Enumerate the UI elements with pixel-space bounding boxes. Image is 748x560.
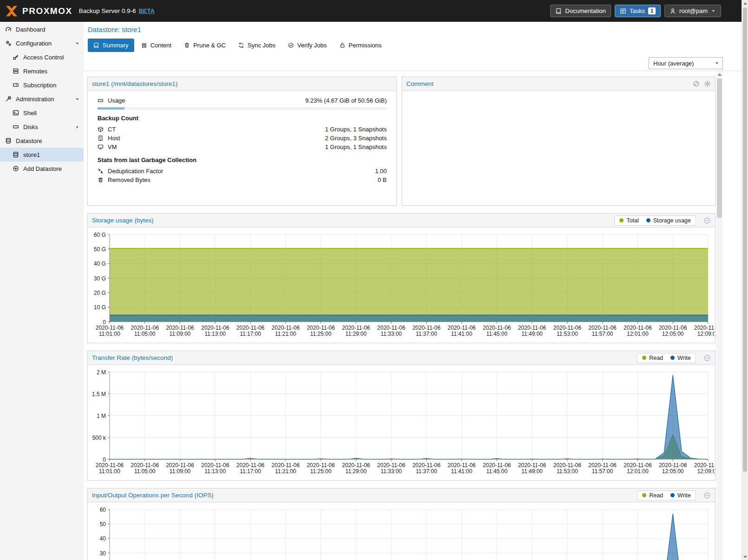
svg-text:2 M: 2 M [97, 369, 106, 376]
svg-text:2020-11-0611:57:00: 2020-11-0611:57:00 [588, 462, 617, 475]
tasks-button[interactable]: Tasks 1 [615, 5, 661, 17]
building-icon [98, 135, 104, 141]
transfer-rate-chart: 2 M1.5 M1 M500 k02020-11-0611:01:002020-… [88, 366, 715, 478]
sidebar-item-dashboard[interactable]: Dashboard [0, 22, 84, 36]
tab-verify-jobs[interactable]: Verify Jobs [282, 39, 332, 52]
top-bar: PROXMOX Backup Server 0.9-6 BETA Documen… [0, 0, 741, 22]
comment-body[interactable] [402, 91, 715, 99]
svg-text:1 M: 1 M [97, 413, 106, 419]
unlock-icon [339, 42, 345, 48]
legend-item-storage-usage[interactable]: Storage usage [646, 217, 691, 224]
database-icon [13, 151, 19, 158]
sidebar-item-administration[interactable]: Administration [0, 92, 84, 106]
legend-item-total[interactable]: Total [619, 217, 638, 224]
sidebar-item-subscription[interactable]: Subscription [0, 78, 84, 92]
usage-progress-fill [98, 107, 124, 110]
svg-text:2020-11-0612:09:00: 2020-11-0612:09:00 [694, 325, 715, 337]
key-icon [13, 54, 19, 60]
storage-usage-chart: 60 G50 G40 G30 G20 G10 G02020-11-0611:01… [88, 229, 715, 340]
collapse-icon[interactable] [703, 217, 711, 224]
sidebar-item-label: Configuration [16, 40, 52, 47]
svg-text:2020-11-0611:25:00: 2020-11-0611:25:00 [307, 462, 335, 475]
svg-text:2020-11-0611:57:00: 2020-11-0611:57:00 [588, 325, 617, 337]
svg-text:2020-11-0612:05:00: 2020-11-0612:05:00 [659, 462, 687, 475]
panel-title: store1 (/mnt/datastores/store1) [92, 80, 178, 87]
comment-panel: Comment [402, 77, 715, 206]
row-label: VM [108, 143, 117, 150]
scrollbar-thumb[interactable] [743, 7, 747, 472]
sidebar-item-remotes[interactable]: Remotes [0, 64, 84, 78]
timeframe-select[interactable]: Hour (average) [649, 57, 723, 69]
tab-summary[interactable]: Summary [88, 39, 134, 52]
legend-label: Read [649, 355, 663, 361]
product-subtitle: Backup Server 0.9-6 [79, 7, 136, 14]
legend-item-read[interactable]: Read [642, 492, 663, 499]
sidebar-item-access-control[interactable]: Access Control [0, 50, 84, 64]
collapse-icon[interactable] [703, 492, 711, 499]
svg-text:2020-11-0611:41:00: 2020-11-0611:41:00 [448, 325, 476, 337]
iops-chart-panel: Input/Output Operations per Second (IOPS… [87, 488, 715, 560]
chevron-down-icon[interactable] [75, 41, 80, 46]
svg-text:2020-11-0611:13:00: 2020-11-0611:13:00 [201, 462, 229, 475]
sidebar-item-configuration[interactable]: Configuration [0, 36, 84, 50]
tab-content[interactable]: Content [136, 39, 177, 52]
legend-label: Write [677, 492, 691, 499]
sidebar-item-datastore[interactable]: Datastore [0, 134, 84, 148]
panel-header: Storage usage (bytes) Total Storage usag… [88, 214, 715, 228]
row-label: Removed Bytes [108, 176, 150, 183]
scroll-up-button[interactable] [716, 71, 722, 78]
sidebar-item-label: Dashboard [16, 26, 46, 33]
legend-dot [670, 356, 675, 360]
sidebar-item-label: store1 [23, 151, 40, 158]
scroll-down-button[interactable] [742, 553, 748, 560]
legend-item-write[interactable]: Write [670, 492, 691, 499]
hdd-icon [13, 124, 19, 130]
scroll-up-button[interactable] [742, 0, 748, 7]
tab-label: Permissions [349, 42, 382, 49]
gear-icon[interactable] [704, 80, 711, 87]
sidebar-item-shell[interactable]: Shell [0, 106, 84, 120]
chart-legend: Total Storage usage [614, 215, 696, 226]
documentation-label: Documentation [565, 7, 605, 14]
tab-sync-jobs[interactable]: Sync Jobs [233, 39, 281, 52]
svg-text:2020-11-0611:05:00: 2020-11-0611:05:00 [131, 325, 159, 337]
ticket-icon [13, 82, 19, 88]
svg-text:2020-11-0611:17:00: 2020-11-0611:17:00 [236, 325, 265, 337]
chevron-down-icon[interactable] [75, 97, 80, 102]
tab-prune-gc[interactable]: Prune & GC [178, 39, 231, 52]
transfer-rate-chart-panel: Transfer Rate (bytes/second) Read Write … [87, 351, 715, 481]
content-scrollbar [716, 71, 722, 560]
database-icon [5, 137, 12, 144]
legend-label: Write [677, 355, 691, 361]
page-title: Datastore: store1 [88, 26, 141, 33]
book-icon [555, 8, 562, 14]
legend-dot [646, 218, 650, 222]
legend-item-write[interactable]: Write [670, 355, 691, 361]
row-value: 0 B [377, 176, 387, 183]
beta-link[interactable]: BETA [139, 7, 155, 14]
sync-icon [238, 42, 244, 48]
svg-text:2020-11-0611:53:00: 2020-11-0611:53:00 [553, 462, 581, 475]
collapse-icon[interactable] [703, 354, 711, 362]
documentation-button[interactable]: Documentation [550, 5, 611, 17]
trash-icon [98, 177, 104, 183]
legend-item-read[interactable]: Read [642, 355, 663, 361]
cancel-circle-icon[interactable] [693, 80, 700, 87]
tab-label: Prune & GC [193, 42, 226, 49]
chevron-right-icon[interactable] [75, 124, 80, 130]
panel-header: Input/Output Operations per Second (IOPS… [88, 488, 715, 502]
sidebar-item-add-datastore[interactable]: Add Datastore [0, 162, 84, 176]
tab-permissions[interactable]: Permissions [334, 39, 387, 52]
removed-bytes-row: Removed Bytes 0 B [93, 176, 391, 184]
legend-label: Read [649, 492, 663, 499]
sidebar-item-disks[interactable]: Disks [0, 120, 84, 134]
scrollbar-thumb[interactable] [717, 78, 722, 218]
scroll-up-icon [718, 73, 722, 76]
user-menu-button[interactable]: root@pam [664, 5, 721, 17]
chart-legend: Read Write [637, 490, 696, 501]
sidebar-item-store1[interactable]: store1 [0, 148, 84, 162]
svg-text:2020-11-0611:21:00: 2020-11-0611:21:00 [272, 325, 300, 337]
svg-text:2020-11-0611:33:00: 2020-11-0611:33:00 [377, 325, 405, 337]
svg-text:2020-11-0612:01:00: 2020-11-0612:01:00 [624, 325, 652, 337]
svg-text:20 G: 20 G [94, 290, 106, 296]
